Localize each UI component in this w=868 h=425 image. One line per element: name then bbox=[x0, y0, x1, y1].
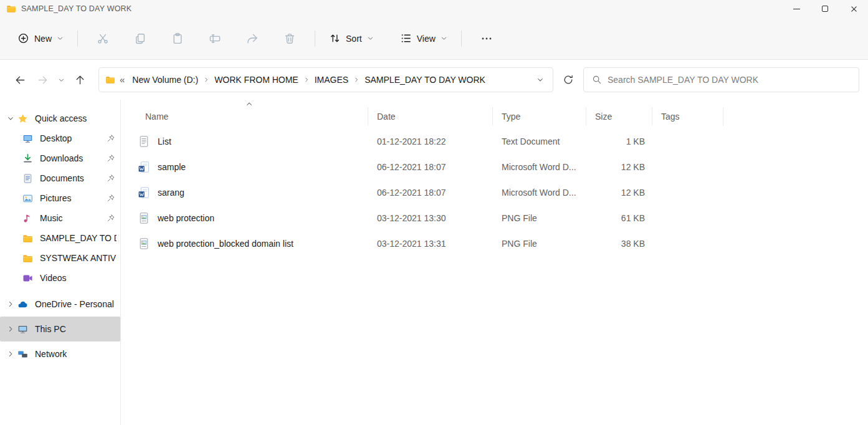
more-options-icon bbox=[480, 32, 493, 45]
view-button[interactable]: View bbox=[393, 27, 455, 49]
file-type: Microsoft Word D... bbox=[493, 188, 586, 198]
file-row-web-protection-blocked-domain-list[interactable]: web protection_blocked domain list 03-12… bbox=[121, 231, 868, 256]
minimize-button[interactable] bbox=[782, 0, 811, 17]
file-list-pane: Name Date Type Size Tags List 01-12-2021… bbox=[121, 100, 868, 425]
file-rows: List 01-12-2021 18:22 Text Document 1 KB… bbox=[121, 128, 868, 256]
downloads-icon bbox=[22, 153, 33, 164]
sidebar-item-sample-day-to-day-work[interactable]: SAMPLE_DAY TO DA bbox=[0, 228, 120, 248]
sidebar-item-desktop[interactable]: Desktop bbox=[0, 128, 120, 148]
content-area: Quick access Desktop Downloads Documents… bbox=[0, 100, 868, 425]
share-button[interactable] bbox=[240, 26, 265, 51]
sidebar-item-label: Music bbox=[40, 213, 105, 223]
column-header-type[interactable]: Type bbox=[493, 107, 586, 126]
sidebar-item-music[interactable]: Music bbox=[0, 208, 120, 228]
search-input[interactable] bbox=[608, 75, 851, 85]
file-type: Microsoft Word D... bbox=[493, 162, 586, 172]
pin-icon bbox=[105, 214, 117, 222]
sidebar-item-pictures[interactable]: Pictures bbox=[0, 188, 120, 208]
column-label: Date bbox=[377, 112, 396, 122]
chevron-down-icon[interactable] bbox=[4, 115, 17, 122]
navigation-pane: Quick access Desktop Downloads Documents… bbox=[0, 100, 121, 425]
sidebar-item-onedrive[interactable]: OneDrive - Personal bbox=[0, 292, 120, 317]
chevron-right-icon[interactable] bbox=[4, 350, 17, 358]
file-name: web protection_blocked domain list bbox=[158, 239, 293, 249]
address-dropdown-button[interactable] bbox=[537, 76, 546, 84]
navigation-bar: « New Volume (D:) WORK FROM HOME IMAGES … bbox=[0, 60, 868, 100]
file-row-sample[interactable]: sample 06-12-2021 18:07 Microsoft Word D… bbox=[121, 154, 868, 179]
breadcrumb-segment[interactable]: SAMPLE_DAY TO DAY WORK bbox=[360, 72, 490, 87]
search-icon bbox=[592, 75, 602, 85]
window-title: SAMPLE_DAY TO DAY WORK bbox=[21, 4, 131, 13]
file-name-cell: List bbox=[121, 135, 368, 148]
chevron-right-icon[interactable] bbox=[203, 77, 210, 83]
toolbar-divider bbox=[77, 31, 78, 47]
file-row-list[interactable]: List 01-12-2021 18:22 Text Document 1 KB bbox=[121, 128, 868, 154]
column-header-name[interactable]: Name bbox=[121, 107, 368, 126]
column-headers: Name Date Type Size Tags bbox=[121, 107, 868, 126]
file-explorer-window: SAMPLE_DAY TO DAY WORK New bbox=[0, 0, 868, 425]
chevron-right-icon[interactable] bbox=[4, 325, 17, 333]
breadcrumb-overflow[interactable]: « bbox=[115, 74, 128, 86]
sidebar-item-network[interactable]: Network bbox=[0, 341, 120, 366]
back-button[interactable] bbox=[9, 69, 31, 90]
pin-icon bbox=[105, 134, 117, 143]
toolbar-divider bbox=[315, 31, 315, 47]
sidebar-item-label: OneDrive - Personal bbox=[35, 299, 117, 309]
pictures-icon bbox=[22, 193, 33, 204]
music-icon bbox=[22, 213, 33, 224]
delete-button[interactable] bbox=[277, 26, 302, 51]
refresh-button[interactable] bbox=[557, 69, 579, 91]
word-file-icon bbox=[138, 161, 150, 173]
file-size: 38 KB bbox=[586, 239, 652, 249]
sidebar-item-label: Desktop bbox=[40, 133, 105, 143]
more-options-button[interactable] bbox=[474, 26, 499, 51]
rename-button[interactable] bbox=[203, 26, 227, 51]
maximize-icon bbox=[822, 6, 828, 12]
file-name: sample bbox=[158, 162, 186, 172]
address-bar[interactable]: « New Volume (D:) WORK FROM HOME IMAGES … bbox=[98, 67, 553, 92]
sort-button-label: Sort bbox=[346, 34, 362, 44]
breadcrumb-segment[interactable]: WORK FROM HOME bbox=[210, 72, 303, 87]
cut-button[interactable] bbox=[90, 26, 115, 51]
sort-button[interactable]: Sort bbox=[322, 27, 381, 49]
copy-button[interactable] bbox=[128, 26, 153, 51]
maximize-button[interactable] bbox=[811, 0, 839, 17]
plus-circle-icon bbox=[17, 32, 29, 44]
search-box[interactable] bbox=[583, 67, 859, 92]
file-type: PNG File bbox=[493, 213, 586, 223]
up-button[interactable] bbox=[69, 69, 91, 90]
chevron-down-icon bbox=[367, 35, 374, 42]
sidebar-item-label: Videos bbox=[40, 273, 117, 283]
file-row-sarang[interactable]: sarang 06-12-2021 18:07 Microsoft Word D… bbox=[121, 179, 868, 205]
column-label: Name bbox=[145, 112, 168, 122]
view-button-label: View bbox=[417, 34, 436, 44]
sidebar-item-downloads[interactable]: Downloads bbox=[0, 148, 120, 168]
recent-locations-button[interactable] bbox=[54, 69, 69, 90]
breadcrumb-segment[interactable]: New Volume (D:) bbox=[128, 72, 203, 87]
file-date: 06-12-2021 18:07 bbox=[368, 162, 493, 172]
close-icon bbox=[850, 5, 858, 13]
new-button[interactable]: New bbox=[10, 27, 71, 49]
paste-button[interactable] bbox=[165, 26, 190, 51]
chevron-right-icon[interactable] bbox=[4, 300, 17, 308]
column-label: Size bbox=[595, 112, 612, 122]
chevron-down-icon bbox=[441, 35, 447, 42]
column-header-tags[interactable]: Tags bbox=[652, 107, 723, 126]
sidebar-item-quick-access[interactable]: Quick access bbox=[0, 108, 120, 128]
title-bar-left: SAMPLE_DAY TO DAY WORK bbox=[0, 4, 131, 14]
column-header-date[interactable]: Date bbox=[368, 107, 493, 126]
forward-button[interactable] bbox=[31, 69, 54, 90]
breadcrumb-segment[interactable]: IMAGES bbox=[310, 72, 353, 87]
sidebar-item-videos[interactable]: Videos bbox=[0, 268, 120, 288]
command-bar: New Sort View bbox=[0, 17, 868, 60]
file-row-web-protection[interactable]: web protection 03-12-2021 13:30 PNG File… bbox=[121, 205, 868, 231]
onedrive-cloud-icon bbox=[17, 299, 28, 310]
chevron-right-icon[interactable] bbox=[303, 77, 310, 83]
sidebar-item-label: Quick access bbox=[35, 113, 117, 123]
close-button[interactable] bbox=[839, 0, 868, 17]
sidebar-item-systweak-antivirus[interactable]: SYSTWEAK ANTIVIR bbox=[0, 248, 120, 268]
column-header-size[interactable]: Size bbox=[586, 107, 652, 126]
sidebar-item-documents[interactable]: Documents bbox=[0, 168, 120, 188]
chevron-right-icon[interactable] bbox=[353, 77, 360, 83]
sidebar-item-this-pc[interactable]: This PC bbox=[0, 317, 120, 341]
